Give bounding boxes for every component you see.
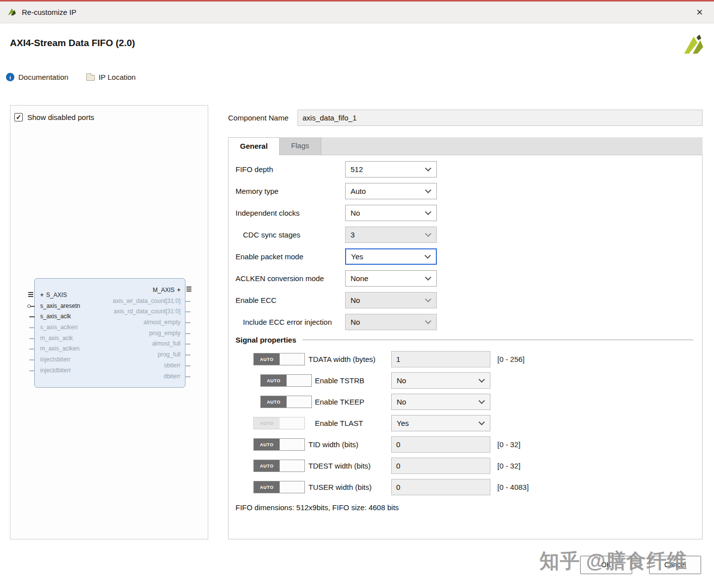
tid-auto-toggle[interactable]: AUTO bbox=[253, 438, 305, 451]
tlast-auto-toggle: AUTO bbox=[253, 417, 305, 429]
window-title: Re-customize IP bbox=[22, 8, 76, 16]
left-ports-list: +S_AXIS s_axis_aresetn s_axis_aclk s_axi… bbox=[40, 290, 80, 376]
enable-tlast-select[interactable]: Yes bbox=[391, 415, 490, 431]
auto-toggle-label: AUTO bbox=[254, 439, 280, 450]
enable-tstrb-select[interactable]: No bbox=[391, 372, 490, 389]
chevron-down-icon bbox=[425, 231, 431, 237]
xilinx-logo-icon bbox=[682, 33, 705, 56]
enable-tstrb-label: Enable TSTRB bbox=[315, 372, 364, 389]
field-include-ecc-error-injection: Include ECC error injection No bbox=[236, 314, 693, 330]
tkeep-auto-toggle[interactable]: AUTO bbox=[260, 396, 312, 408]
port-almost-full: almost_full bbox=[113, 339, 180, 350]
page-title: AXI4-Stream Data FIFO (2.0) bbox=[10, 38, 135, 49]
port-label: almost_full bbox=[152, 340, 180, 347]
tstrb-auto-toggle[interactable]: AUTO bbox=[260, 374, 312, 387]
tdest-width-range: [0 - 32] bbox=[497, 458, 521, 474]
config-panel: Component Name General Flags FIFO depth … bbox=[228, 105, 703, 539]
reset-pin-icon bbox=[27, 304, 31, 308]
port-label: sbiterr bbox=[164, 362, 180, 369]
tdest-width-input[interactable] bbox=[391, 458, 490, 474]
tdest-width-label: TDEST width (bits) bbox=[308, 458, 371, 474]
chevron-down-icon bbox=[478, 376, 485, 383]
port-label: axis_rd_data_count[31:0] bbox=[114, 308, 180, 315]
tid-width-label: TID width (bits) bbox=[308, 436, 358, 453]
auto-toggle-slot bbox=[280, 417, 304, 429]
tdata-width-range: [0 - 256] bbox=[497, 351, 525, 367]
ip-location-button[interactable]: IP Location bbox=[86, 73, 136, 81]
aclken-conversion-mode-value: None bbox=[346, 274, 368, 283]
port-s-axis: +S_AXIS bbox=[40, 290, 80, 301]
port-m-axis-aclken: m_axis_aclken bbox=[40, 344, 80, 354]
tdata-width-label: TDATA width (bytes) bbox=[308, 351, 375, 367]
include-ecc-error-injection-select: No bbox=[345, 314, 437, 330]
port-label: injectsbiterr bbox=[40, 356, 70, 363]
cdc-sync-stages-label: CDC sync stages bbox=[236, 231, 345, 239]
port-injectdbiterr: injectdbiterr bbox=[40, 365, 80, 376]
port-axis-wr-data-count: axis_wr_data_count[31:0] bbox=[113, 296, 180, 307]
fifo-depth-select[interactable]: 512 bbox=[345, 161, 437, 177]
tdata-width-input[interactable] bbox=[391, 351, 490, 367]
port-s-axis-aresetn: s_axis_aresetn bbox=[40, 301, 80, 312]
auto-toggle-slot bbox=[287, 396, 311, 408]
ip-block-symbol: +S_AXIS s_axis_aresetn s_axis_aclk s_axi… bbox=[34, 278, 185, 388]
tuser-auto-toggle[interactable]: AUTO bbox=[253, 481, 305, 493]
auto-toggle-label: AUTO bbox=[261, 396, 287, 408]
enable-tstrb-value: No bbox=[392, 376, 406, 385]
tdest-auto-toggle[interactable]: AUTO bbox=[253, 460, 305, 472]
field-aclken-conversion-mode: ACLKEN conversion mode None bbox=[236, 270, 693, 287]
chevron-down-icon bbox=[425, 209, 431, 215]
port-label: M_AXIS bbox=[153, 287, 175, 294]
ip-location-label: IP Location bbox=[99, 73, 136, 81]
enable-tkeep-value: No bbox=[392, 398, 406, 406]
vivado-logo-icon bbox=[7, 7, 17, 17]
enable-tkeep-select[interactable]: No bbox=[391, 394, 490, 410]
include-ecc-error-injection-label: Include ECC error injection bbox=[236, 318, 345, 326]
memory-type-select[interactable]: Auto bbox=[345, 183, 437, 199]
enable-tlast-value: Yes bbox=[392, 419, 409, 427]
enable-packet-mode-label: Enable packet mode bbox=[236, 252, 345, 261]
expand-m-axis-icon[interactable]: + bbox=[177, 287, 180, 294]
ok-button[interactable]: OK bbox=[580, 556, 632, 574]
cdc-sync-stages-select: 3 bbox=[345, 227, 437, 243]
independent-clocks-select[interactable]: No bbox=[345, 205, 437, 221]
fifo-depth-label: FIFO depth bbox=[236, 165, 345, 174]
chevron-down-icon bbox=[425, 187, 431, 193]
row-tid-width: AUTO TID width (bits) [0 - 32] bbox=[236, 436, 693, 453]
tid-width-input[interactable] bbox=[391, 436, 490, 453]
documentation-label: Documentation bbox=[18, 73, 68, 81]
tdata-auto-toggle[interactable]: AUTO bbox=[253, 353, 305, 365]
cancel-button[interactable]: Cancel bbox=[649, 556, 701, 574]
port-s-axis-aclk: s_axis_aclk bbox=[40, 311, 80, 322]
auto-toggle-label: AUTO bbox=[254, 353, 280, 365]
enable-tkeep-label: Enable TKEEP bbox=[315, 394, 364, 410]
field-enable-ecc: Enable ECC No bbox=[236, 292, 693, 308]
port-label: S_AXIS bbox=[46, 292, 67, 298]
row-enable-tstrb: AUTO Enable TSTRB No bbox=[236, 372, 693, 389]
tuser-width-range: [0 - 4083] bbox=[497, 479, 529, 495]
field-fifo-depth: FIFO depth 512 bbox=[236, 161, 693, 177]
aclken-conversion-mode-select[interactable]: None bbox=[345, 270, 437, 287]
tuser-width-input[interactable] bbox=[391, 479, 490, 495]
enable-ecc-label: Enable ECC bbox=[236, 296, 345, 304]
port-axis-rd-data-count: axis_rd_data_count[31:0] bbox=[113, 306, 180, 317]
documentation-button[interactable]: i Documentation bbox=[6, 73, 68, 81]
expand-s-axis-icon[interactable]: + bbox=[40, 292, 44, 298]
auto-toggle-slot bbox=[280, 481, 304, 493]
enable-packet-mode-select[interactable]: Yes bbox=[345, 248, 437, 265]
close-icon[interactable]: × bbox=[692, 7, 707, 18]
tab-general[interactable]: General bbox=[228, 137, 280, 155]
port-label: m_axis_aclken bbox=[40, 345, 79, 352]
component-name-input[interactable] bbox=[298, 110, 703, 126]
fifo-dimensions-text: FIFO dimensions: 512x9bits, FIFO size: 4… bbox=[236, 503, 693, 512]
auto-toggle-label: AUTO bbox=[254, 460, 280, 471]
field-cdc-sync-stages: CDC sync stages 3 bbox=[236, 227, 693, 243]
tab-flags[interactable]: Flags bbox=[280, 137, 321, 155]
auto-toggle-label: AUTO bbox=[261, 375, 287, 386]
enable-ecc-select: No bbox=[345, 292, 437, 308]
auto-toggle-slot bbox=[287, 375, 311, 386]
port-dbiterr: dbiterr bbox=[113, 371, 180, 382]
show-disabled-ports-checkbox[interactable]: ✓ bbox=[14, 113, 23, 121]
chevron-down-icon bbox=[425, 165, 431, 172]
toolbar-links: i Documentation IP Location bbox=[6, 73, 136, 81]
divider bbox=[302, 340, 693, 340]
